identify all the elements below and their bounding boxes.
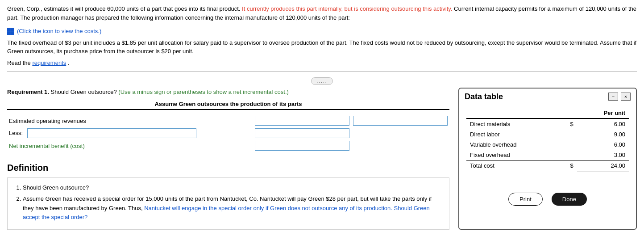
- req-question: Should Green outsource?: [51, 89, 117, 95]
- req-number: Requirement 1.: [7, 89, 49, 95]
- panel-title: Data table: [465, 92, 503, 101]
- net-label: Net incremental benefit (cost): [7, 139, 253, 152]
- variable-overhead-value: 6.00: [577, 139, 629, 150]
- revenues-input1[interactable]: [255, 116, 349, 126]
- req-instruction: (Use a minus sign or parentheses to show…: [118, 89, 289, 95]
- total-cost-label: Total cost: [466, 160, 564, 171]
- panel-controls: − ×: [608, 93, 631, 101]
- cost-row-direct-materials: Direct materials $ 6.00: [466, 118, 629, 129]
- cost-data-table: Per unit Direct materials $ 6.00 Direct …: [466, 108, 629, 172]
- panel-header: Data table − ×: [459, 89, 636, 103]
- definition-item-2: Assume Green has received a special orde…: [23, 194, 442, 222]
- intro-main: Green, Corp., estimates it will produce …: [7, 5, 240, 12]
- less-desc-input[interactable]: [27, 128, 197, 138]
- done-button[interactable]: Done: [552, 193, 587, 206]
- direct-labor-value: 9.00: [577, 129, 629, 139]
- form-row-less: Less:: [7, 127, 449, 139]
- fixed-overhead-value: 3.00: [577, 150, 629, 161]
- panel-body: Per unit Direct materials $ 6.00 Direct …: [459, 103, 636, 188]
- direct-materials-symbol: $: [564, 118, 577, 129]
- total-cost-value: 24.00: [577, 160, 629, 171]
- panel-footer: Print Done: [459, 188, 636, 210]
- fixed-overhead-label: Fixed overhead: [466, 150, 564, 161]
- requirements-link[interactable]: requirements: [32, 59, 66, 66]
- fixed-overhead-paragraph: The fixed overhead of $3 per unit includ…: [7, 38, 637, 56]
- less-input2-cell: [253, 127, 351, 139]
- form-table: Estimated operating revenues Less:: [7, 114, 449, 152]
- net-input[interactable]: [255, 141, 349, 151]
- blue-highlight: Nantucket will engage in the special ord…: [23, 205, 430, 221]
- revenues-input1-cell: [253, 114, 351, 127]
- cost-row-variable-overhead: Variable overhead 6.00: [466, 139, 629, 150]
- definition-list: Should Green outsource? Assume Green has…: [15, 183, 442, 222]
- less-label: Less:: [9, 130, 23, 136]
- variable-overhead-symbol: [564, 139, 577, 150]
- print-button[interactable]: Print: [508, 193, 543, 206]
- minimize-button[interactable]: −: [608, 93, 618, 101]
- costs-icon-link[interactable]: (Click the icon to view the costs.): [7, 28, 101, 35]
- form-section-title: Assume Green outsources the production o…: [7, 101, 449, 110]
- section-divider: [7, 72, 637, 72]
- definition-title: Definition: [7, 163, 449, 173]
- col-label-header: [466, 108, 564, 118]
- collapse-dots[interactable]: .....: [311, 77, 333, 85]
- col-value-header: Per unit: [577, 108, 629, 118]
- icon-link-label: (Click the icon to view the costs.): [17, 28, 101, 34]
- cost-row-direct-labor: Direct labor 9.00: [466, 129, 629, 139]
- collapse-bar[interactable]: .....: [7, 77, 637, 85]
- form-row-net: Net incremental benefit (cost): [7, 139, 449, 152]
- intro-highlight: It currently produces this part internal…: [242, 5, 452, 12]
- cost-row-total: Total cost $ 24.00: [466, 160, 629, 171]
- fixed-overhead-symbol: [564, 150, 577, 161]
- revenues-label: Estimated operating revenues: [7, 114, 253, 127]
- less-input3-cell: [351, 127, 449, 139]
- requirement-title: Requirement 1. Should Green outsource? (…: [7, 88, 449, 97]
- less-input2[interactable]: [255, 128, 349, 138]
- net-empty-cell: [351, 139, 449, 152]
- direct-materials-label: Direct materials: [466, 118, 564, 129]
- data-table-panel: Data table − × Per unit Direct materials: [458, 88, 637, 230]
- main-layout: Requirement 1. Should Green outsource? (…: [7, 88, 637, 230]
- left-panel: Requirement 1. Should Green outsource? (…: [7, 88, 458, 230]
- form-row-revenues: Estimated operating revenues: [7, 114, 449, 127]
- read-requirements: Read the requirements .: [7, 59, 637, 66]
- variable-overhead-label: Variable overhead: [466, 139, 564, 150]
- net-label-text: Net incremental benefit (cost): [9, 143, 85, 149]
- less-label-cell: Less:: [7, 127, 253, 139]
- direct-materials-value: 6.00: [577, 118, 629, 129]
- intro-paragraph: Green, Corp., estimates it will produce …: [7, 4, 637, 22]
- close-button[interactable]: ×: [621, 93, 631, 101]
- grid-icon: [7, 28, 14, 35]
- total-cost-symbol: $: [564, 160, 577, 171]
- revenues-input2-cell: [351, 114, 449, 127]
- direct-labor-symbol: [564, 129, 577, 139]
- direct-labor-label: Direct labor: [466, 129, 564, 139]
- definition-item-1: Should Green outsource?: [23, 183, 442, 193]
- cost-row-fixed-overhead: Fixed overhead 3.00: [466, 150, 629, 161]
- net-input-cell: [253, 139, 351, 152]
- revenues-input2[interactable]: [353, 116, 448, 126]
- definition-box: Should Green outsource? Assume Green has…: [7, 177, 449, 230]
- definition-section: Definition Should Green outsource? Assum…: [7, 163, 449, 230]
- col-sym-header: [564, 108, 577, 118]
